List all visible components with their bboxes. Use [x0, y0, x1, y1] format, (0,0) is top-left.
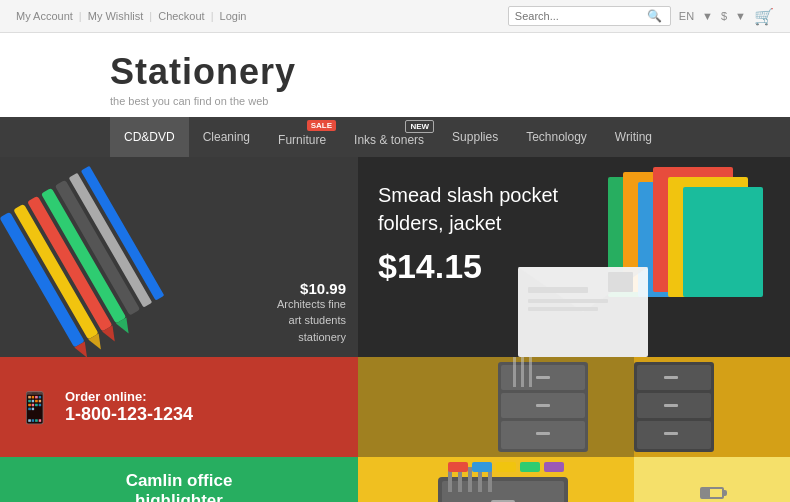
- snap-illustration: [358, 357, 634, 457]
- svg-rect-85: [544, 462, 564, 472]
- smead-price: $14.15: [378, 247, 482, 286]
- checkout-link[interactable]: Checkout: [158, 10, 204, 22]
- new-badge: NEW: [405, 120, 434, 133]
- yellow-accent-cell: [634, 357, 790, 457]
- svg-rect-31: [536, 404, 550, 407]
- snap-cell[interactable]: Snap-N-Store snaptogether file box $25.9…: [358, 357, 634, 457]
- svg-rect-35: [529, 357, 532, 387]
- svg-rect-21: [528, 287, 588, 293]
- nav-item-supplies[interactable]: Supplies: [438, 117, 512, 157]
- site-header: Stationery the best you can find on the …: [0, 33, 790, 117]
- camlin-title: Camlin officehighlighter: [14, 471, 344, 502]
- login-link[interactable]: Login: [220, 10, 247, 22]
- svg-rect-43: [664, 432, 678, 435]
- svg-rect-82: [472, 462, 492, 472]
- svg-rect-30: [536, 376, 550, 379]
- order-phone: 1-800-123-1234: [65, 404, 193, 425]
- top-bar-right: 🔍 EN ▼ $ ▼ 🛒: [508, 6, 774, 26]
- search-button[interactable]: 🔍: [645, 9, 664, 23]
- shop-special-cell: Shop & save Special: [634, 457, 790, 502]
- nav-item-technology[interactable]: Technology: [512, 117, 601, 157]
- svg-rect-24: [608, 272, 633, 292]
- svg-rect-25: [358, 357, 634, 457]
- svg-rect-41: [664, 376, 678, 379]
- svg-rect-23: [528, 307, 598, 311]
- filebox-cell[interactable]: [358, 457, 634, 502]
- cart-icon[interactable]: 🛒: [754, 7, 774, 26]
- svg-rect-78: [468, 467, 472, 492]
- nav-item-cddvd[interactable]: CD&DVD: [110, 117, 189, 157]
- yellow-decoration: [634, 357, 790, 457]
- order-label: Order online:: [65, 389, 193, 404]
- nav-item-cleaning[interactable]: Cleaning: [189, 117, 264, 157]
- pencils-description: Architects fineart studentsstationery: [277, 296, 346, 346]
- svg-rect-83: [496, 462, 516, 472]
- svg-rect-42: [664, 404, 678, 407]
- nav-item-inks[interactable]: NEW Inks & toners: [340, 117, 438, 157]
- camlin-cell[interactable]: Camlin officehighlighter $13.90: [0, 457, 358, 502]
- svg-rect-84: [520, 462, 540, 472]
- language-selector[interactable]: EN: [679, 10, 694, 22]
- currency-selector[interactable]: $: [721, 10, 727, 22]
- svg-rect-32: [536, 432, 550, 435]
- svg-rect-34: [521, 357, 524, 387]
- battery-icon: [700, 487, 724, 499]
- nav-item-furniture[interactable]: SALE Furniture: [264, 117, 340, 157]
- phone-icon: 📱: [16, 390, 53, 425]
- svg-rect-81: [448, 462, 468, 472]
- search-box[interactable]: 🔍: [508, 6, 671, 26]
- my-wishlist-link[interactable]: My Wishlist: [88, 10, 144, 22]
- my-account-link[interactable]: My Account: [16, 10, 73, 22]
- main-content: $10.99 Architects fineart studentsstatio…: [110, 157, 680, 502]
- smead-title: Smead slash pocketfolders, jacket: [378, 181, 558, 237]
- top-bar: My Account | My Wishlist | Checkout | Lo…: [0, 0, 790, 33]
- svg-rect-18: [683, 187, 763, 297]
- filebox-illustration: [358, 457, 634, 502]
- site-title: Stationery: [110, 51, 680, 93]
- search-input[interactable]: [515, 10, 645, 22]
- product-grid: $10.99 Architects fineart studentsstatio…: [0, 157, 790, 502]
- pencils-cell[interactable]: $10.99 Architects fineart studentsstatio…: [0, 157, 358, 357]
- svg-rect-33: [513, 357, 516, 387]
- sale-badge: SALE: [307, 120, 336, 131]
- svg-rect-22: [528, 299, 608, 303]
- order-info: Order online: 1-800-123-1234: [65, 389, 193, 425]
- site-subtitle: the best you can find on the web: [110, 95, 680, 107]
- main-nav: CD&DVD Cleaning SALE Furniture NEW Inks …: [0, 117, 790, 157]
- smead-cell[interactable]: Smead slash pocketfolders, jacket $14.15: [358, 157, 790, 357]
- shop-save-cell[interactable]: Shop & save: [634, 457, 790, 502]
- nav-item-writing[interactable]: Writing: [601, 117, 666, 157]
- pencils-price: $10.99: [300, 280, 346, 297]
- order-online-cell[interactable]: 📱 Order online: 1-800-123-1234: [0, 357, 358, 457]
